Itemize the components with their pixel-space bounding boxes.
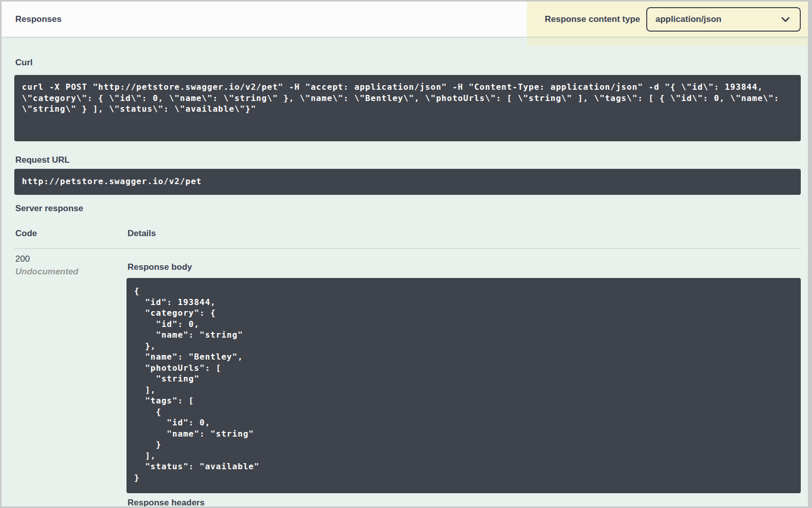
response-content-type-select[interactable]: application/json	[646, 7, 801, 32]
status-code: 200	[15, 253, 30, 264]
response-body-heading: Response body	[128, 262, 192, 272]
server-response-heading: Server response	[15, 204, 83, 214]
response-content-type-control: Response content type application/json	[545, 2, 801, 37]
response-headers-heading: Response headers	[128, 498, 205, 506]
details-column-header: Details	[128, 228, 156, 239]
content-type-highlight-overlap	[527, 37, 808, 46]
curl-heading: Curl	[15, 58, 33, 68]
responses-panel: Responses Response content type applicat…	[2, 2, 808, 506]
response-content-type-value: application/json	[655, 14, 721, 24]
response-content-type-label: Response content type	[545, 14, 640, 24]
undocumented-note: Undocumented	[15, 266, 79, 277]
chevron-down-icon	[780, 14, 791, 24]
request-url-value: http://petstore.swagger.io/v2/pet	[14, 169, 801, 195]
responses-section-title: Responses	[15, 2, 62, 37]
table-header-divider	[14, 248, 801, 249]
curl-command[interactable]: curl -X POST "http://petstore.swagger.io…	[14, 75, 801, 141]
code-column-header: Code	[15, 228, 37, 239]
request-url-heading: Request URL	[15, 155, 70, 165]
responses-header: Responses Response content type applicat…	[2, 2, 808, 37]
response-body-json[interactable]: { "id": 193844, "category": { "id": 0, "…	[126, 278, 801, 493]
